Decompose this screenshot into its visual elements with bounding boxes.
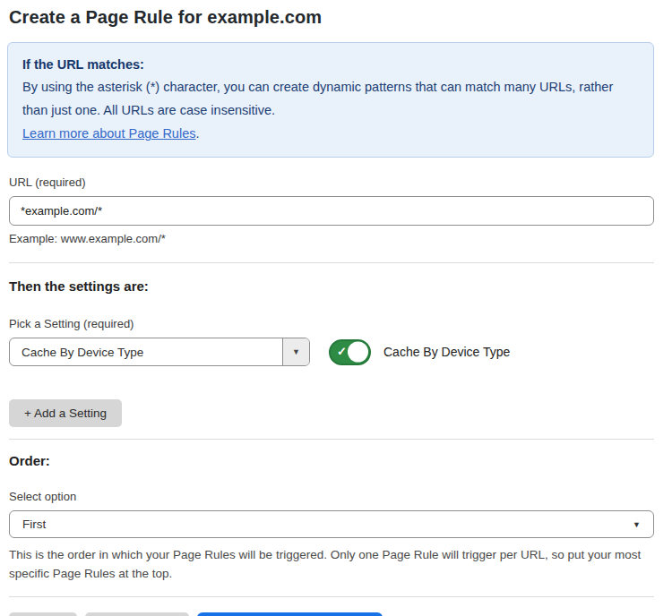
toggle-knob: [348, 342, 368, 363]
setting-row: Cache By Device Type ▼ ✓ Cache By Device…: [9, 338, 654, 366]
order-section-heading: Order:: [9, 453, 654, 468]
url-input[interactable]: [9, 196, 654, 226]
footer-actions: Cancel Save as Draft Save and Deploy Pag…: [9, 612, 654, 616]
divider: [9, 596, 654, 597]
order-select-label: Select option: [9, 490, 654, 503]
info-box-body: By using the asterisk (*) character, you…: [22, 75, 639, 122]
url-field-label: URL (required): [9, 175, 654, 189]
setting-select-value: Cache By Device Type: [10, 338, 282, 365]
url-match-info-box: If the URL matches: By using the asteris…: [7, 42, 654, 158]
add-setting-button[interactable]: + Add a Setting: [9, 399, 122, 427]
page-title: Create a Page Rule for example.com: [9, 7, 654, 28]
save-and-deploy-button[interactable]: Save and Deploy Page Rule: [197, 612, 383, 616]
order-select-value: First: [22, 518, 46, 531]
info-link-line: Learn more about Page Rules.: [22, 122, 639, 145]
save-as-draft-button[interactable]: Save as Draft: [85, 612, 189, 616]
setting-select[interactable]: Cache By Device Type ▼: [9, 338, 310, 366]
cache-by-device-type-toggle[interactable]: ✓: [329, 339, 371, 365]
divider: [9, 439, 654, 440]
order-helper-text: This is the order in which your Page Rul…: [9, 545, 650, 583]
check-icon: ✓: [337, 345, 347, 358]
page-rule-form: Create a Page Rule for example.com If th…: [9, 0, 654, 616]
toggle-label: Cache By Device Type: [383, 345, 510, 359]
info-box-heading: If the URL matches:: [22, 54, 639, 75]
cancel-button[interactable]: Cancel: [9, 612, 77, 616]
link-suffix: .: [195, 126, 199, 141]
chevron-down-icon: ▼: [292, 347, 300, 356]
url-field-helper: Example: www.example.com/*: [9, 232, 654, 245]
chevron-down-icon: ▼: [633, 520, 641, 529]
learn-more-link[interactable]: Learn more about Page Rules: [22, 126, 195, 141]
settings-section-heading: Then the settings are:: [9, 278, 654, 294]
order-select[interactable]: First ▼: [9, 510, 654, 538]
setting-picker-label: Pick a Setting (required): [9, 317, 654, 330]
setting-select-arrow-button[interactable]: ▼: [282, 338, 309, 365]
divider: [9, 262, 654, 263]
